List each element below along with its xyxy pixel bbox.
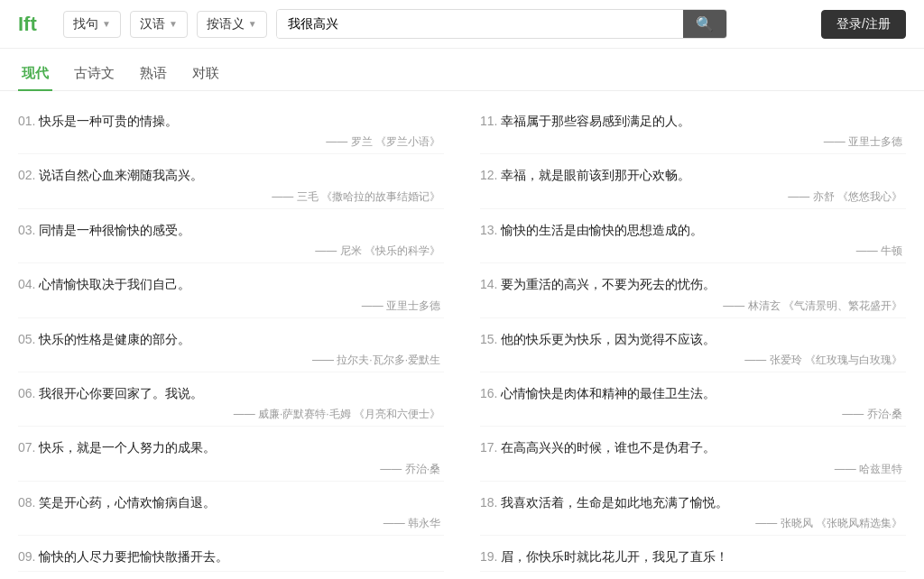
quote-text: 11.幸福属于那些容易感到满足的人。 [480,111,906,131]
search-type-3-label: 按语义 [207,16,245,32]
quote-source: —— 韩永华 [18,516,444,531]
quote-source: —— 尼米 《快乐的科学》 [18,244,444,259]
quote-body: 他的快乐更为快乐，因为觉得不应该。 [501,332,716,346]
quote-number: 01. [18,114,35,128]
list-item: 03.同情是一种很愉快的感受。—— 尼米 《快乐的科学》 [18,209,444,263]
quote-source: —— 拉尔夫·瓦尔多·爱默生 [18,353,444,368]
tabs-bar: 现代 古诗文 熟语 对联 [0,49,924,91]
quote-body: 我很开心你要回家了。我说。 [39,386,203,400]
tab-couplet[interactable]: 对联 [189,58,223,91]
quote-source: —— 亚里士多德 [480,134,906,150]
login-button[interactable]: 登录/注册 [821,10,906,39]
quote-source: —— 罗兰 《罗兰小语》 [18,134,444,150]
quote-body: 快乐的性格是健康的部分。 [39,332,190,346]
quote-text: 07.快乐，就是一个人努力的成果。 [18,437,444,457]
quote-body: 幸福，就是眼前该到那开心欢畅。 [501,168,690,182]
quotes-right-column: 11.幸福属于那些容易感到满足的人。—— 亚里士多德12.幸福，就是眼前该到那开… [462,91,924,579]
list-item: 17.在高高兴兴的时候，谁也不是伪君子。—— 哈兹里特 [480,427,906,481]
list-item: 19.眉，你快乐时就比花儿开，我见了直乐！ [480,536,906,571]
list-item: 04.心情愉快取决于我们自己。—— 亚里士多德 [18,263,444,317]
quote-text: 05.快乐的性格是健康的部分。 [18,329,444,349]
quotes-left-column: 01.快乐是一种可贵的情操。—— 罗兰 《罗兰小语》02.说话自然心血来潮随我高… [0,91,462,579]
quote-source: —— 牛顿 [480,244,906,259]
tab-ancient[interactable]: 古诗文 [70,58,118,91]
search-type-2-label: 汉语 [140,16,165,32]
search-bar: 我很高兴 🔍 [276,9,727,39]
list-item: 16.心情愉快是肉体和精神的最佳卫生法。—— 乔治·桑 [480,372,906,427]
tab-idiom[interactable]: 熟语 [136,58,171,91]
quote-body: 笑是开心药，心情欢愉病自退。 [39,495,216,510]
quote-body: 心情愉快是肉体和精神的最佳卫生法。 [501,386,716,400]
quote-text: 02.说话自然心血来潮随我高兴。 [18,165,444,185]
list-item: 12.幸福，就是眼前该到那开心欢畅。—— 亦舒 《悠悠我心》 [480,154,906,208]
search-input[interactable]: 我很高兴 [277,10,683,38]
search-type-2-select[interactable]: 汉语 ▼ [130,11,188,38]
quote-text: 08.笑是开心药，心情欢愉病自退。 [18,492,444,512]
quote-number: 09. [18,549,35,564]
quote-number: 14. [480,277,497,291]
chevron-down-icon-2: ▼ [169,19,178,29]
list-item: 08.笑是开心药，心情欢愉病自退。—— 韩永华 [18,482,444,536]
quote-source: —— 亚里士多德 [18,299,444,314]
quote-text: 16.心情愉快是肉体和精神的最佳卫生法。 [480,383,906,403]
quote-number: 11. [480,114,497,128]
quote-text: 06.我很开心你要回家了。我说。 [18,383,444,403]
quote-number: 06. [18,386,35,400]
quote-text: 13.愉快的生活是由愉快的思想造成的。 [480,220,906,240]
quote-text: 04.心情愉快取决于我们自己。 [18,274,444,294]
list-item: 18.我喜欢活着，生命是如此地充满了愉悦。—— 张晓风 《张晓风精选集》 [480,482,906,536]
quote-text: 12.幸福，就是眼前该到那开心欢畅。 [480,165,906,185]
quote-number: 08. [18,495,35,510]
quote-source: —— 乔治·桑 [480,407,906,422]
quote-number: 12. [480,168,497,182]
quote-number: 13. [480,223,497,237]
quote-text: 14.要为重活的高兴，不要为死去的忧伤。 [480,274,906,294]
quote-number: 02. [18,168,35,182]
quote-number: 19. [480,549,497,564]
list-item: 01.快乐是一种可贵的情操。—— 罗兰 《罗兰小语》 [18,100,444,154]
search-icon: 🔍 [696,16,714,32]
quote-number: 04. [18,277,35,291]
list-item: 13.愉快的生活是由愉快的思想造成的。—— 牛顿 [480,209,906,263]
list-item: 09.愉快的人尽力要把愉快散播开去。 [18,536,444,571]
list-item: 11.幸福属于那些容易感到满足的人。—— 亚里士多德 [480,100,906,154]
quote-body: 我喜欢活着，生命是如此地充满了愉悦。 [501,495,728,510]
quote-body: 愉快的人尽力要把愉快散播开去。 [39,549,228,564]
quote-number: 17. [480,440,497,455]
quote-body: 愉快的生活是由愉快的思想造成的。 [501,223,703,237]
quote-source: —— 张爱玲 《红玫瑰与白玫瑰》 [480,353,906,368]
quote-text: 19.眉，你快乐时就比花儿开，我见了直乐！ [480,547,906,566]
quote-body: 说话自然心血来潮随我高兴。 [39,168,203,182]
list-item: 14.要为重活的高兴，不要为死去的忧伤。—— 林清玄 《气清景明、繁花盛开》 [480,263,906,317]
search-type-1-label: 找句 [73,16,98,32]
header: Ift 找句 ▼ 汉语 ▼ 按语义 ▼ 我很高兴 🔍 登录/注册 [0,0,924,49]
quote-source: —— 亦舒 《悠悠我心》 [480,189,906,205]
quote-source: —— 张晓风 《张晓风精选集》 [480,516,906,531]
quote-text: 01.快乐是一种可贵的情操。 [18,111,444,131]
chevron-down-icon: ▼ [102,19,111,29]
quote-number: 15. [480,332,497,346]
quote-body: 心情愉快取决于我们自己。 [39,277,190,291]
quote-source: —— 哈兹里特 [480,462,906,477]
quote-body: 快乐是一种可贵的情操。 [39,114,178,128]
quote-text: 18.我喜欢活着，生命是如此地充满了愉悦。 [480,492,906,512]
list-item: 15.他的快乐更为快乐，因为觉得不应该。—— 张爱玲 《红玫瑰与白玫瑰》 [480,318,906,372]
quote-source: —— 林清玄 《气清景明、繁花盛开》 [480,299,906,314]
quote-body: 在高高兴兴的时候，谁也不是伪君子。 [501,440,716,455]
tab-modern[interactable]: 现代 [18,58,52,91]
quote-source: —— 三毛 《撒哈拉的故事结婚记》 [18,189,444,205]
quote-source: —— 乔治·桑 [18,462,444,477]
search-type-3-select[interactable]: 按语义 ▼ [197,11,267,38]
quotes-content: 01.快乐是一种可贵的情操。—— 罗兰 《罗兰小语》02.说话自然心血来潮随我高… [0,91,924,579]
list-item: 05.快乐的性格是健康的部分。—— 拉尔夫·瓦尔多·爱默生 [18,318,444,372]
quote-text: 17.在高高兴兴的时候，谁也不是伪君子。 [480,437,906,457]
list-item: 07.快乐，就是一个人努力的成果。—— 乔治·桑 [18,427,444,481]
list-item: 06.我很开心你要回家了。我说。—— 威廉·萨默赛特·毛姆 《月亮和六便士》 [18,372,444,427]
quote-body: 眉，你快乐时就比花儿开，我见了直乐！ [501,549,728,564]
quote-text: 15.他的快乐更为快乐，因为觉得不应该。 [480,329,906,349]
quote-number: 16. [480,386,497,400]
quote-number: 03. [18,223,35,237]
search-button[interactable]: 🔍 [683,10,726,38]
quote-source: —— 威廉·萨默赛特·毛姆 《月亮和六便士》 [18,407,444,422]
search-type-1-select[interactable]: 找句 ▼ [63,11,121,38]
